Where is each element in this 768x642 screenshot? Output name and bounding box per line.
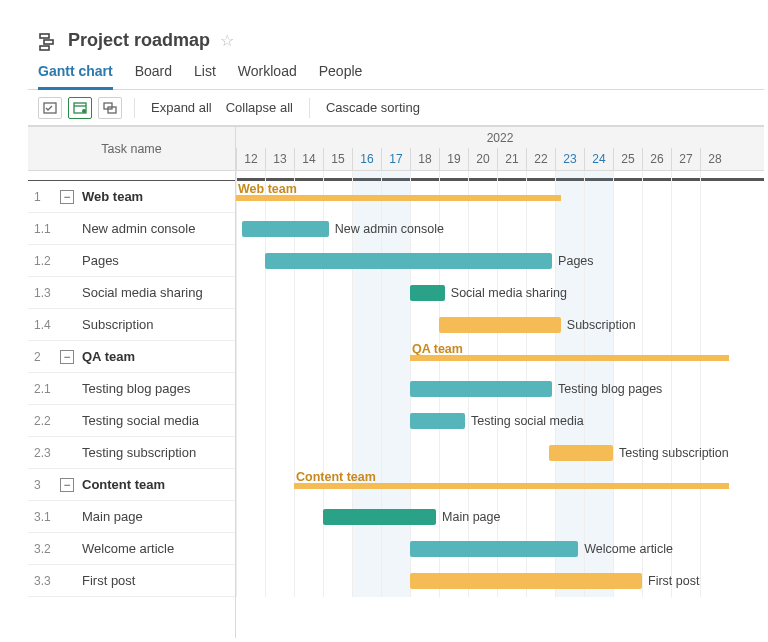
task-group-row[interactable]: 1−Web team bbox=[28, 181, 235, 213]
task-bar[interactable] bbox=[323, 509, 436, 525]
toolbar: Expand all Collapse all Cascade sorting bbox=[28, 90, 764, 126]
chart-row: Content team bbox=[236, 469, 764, 501]
task-name: Testing social media bbox=[82, 413, 227, 428]
group-bar-label: Content team bbox=[296, 470, 376, 484]
chart-row: Subscription bbox=[236, 309, 764, 341]
task-bar-label: Testing subscription bbox=[619, 444, 729, 462]
chart-row: Testing social media bbox=[236, 405, 764, 437]
task-bar[interactable] bbox=[265, 253, 552, 269]
chart-row: Web team bbox=[236, 181, 764, 213]
collapse-toggle[interactable]: − bbox=[60, 190, 74, 204]
task-bar[interactable] bbox=[410, 541, 578, 557]
title-bar: Project roadmap ☆ bbox=[28, 20, 764, 57]
calendar-icon[interactable] bbox=[68, 97, 92, 119]
task-group-row[interactable]: 3−Content team bbox=[28, 469, 235, 501]
separator bbox=[134, 98, 135, 118]
day-column-header: 19 bbox=[439, 148, 468, 170]
task-name: First post bbox=[82, 573, 227, 588]
task-row[interactable]: 2.3Testing subscription bbox=[28, 437, 235, 469]
row-number: 3.1 bbox=[34, 510, 60, 524]
day-column-header: 20 bbox=[468, 148, 497, 170]
task-row[interactable]: 1.4Subscription bbox=[28, 309, 235, 341]
task-bar[interactable] bbox=[410, 285, 445, 301]
row-number: 3 bbox=[34, 478, 60, 492]
row-number: 3.3 bbox=[34, 574, 60, 588]
collapse-all-button[interactable]: Collapse all bbox=[222, 96, 297, 119]
group-summary-bar[interactable] bbox=[236, 195, 561, 201]
svg-point-6 bbox=[83, 109, 86, 112]
task-bar[interactable] bbox=[549, 445, 613, 461]
day-column-header: 17 bbox=[381, 148, 410, 170]
day-column-header: 13 bbox=[265, 148, 294, 170]
task-name: Testing subscription bbox=[82, 445, 227, 460]
task-row[interactable]: 1.2Pages bbox=[28, 245, 235, 277]
task-bar[interactable] bbox=[242, 221, 329, 237]
task-name: Welcome article bbox=[82, 541, 227, 556]
timeline-year: 2022 bbox=[236, 131, 764, 145]
day-column-header: 12 bbox=[236, 148, 265, 170]
row-number: 1.3 bbox=[34, 286, 60, 300]
task-bar-label: New admin console bbox=[335, 220, 444, 238]
app-root: { "title": "Project roadmap", "tabs": ["… bbox=[28, 20, 764, 638]
tab-workload[interactable]: Workload bbox=[238, 57, 297, 89]
gantt-chart[interactable]: 2022 1213141516171819202122232425262728 … bbox=[236, 127, 764, 638]
task-row[interactable]: 3.1Main page bbox=[28, 501, 235, 533]
task-row[interactable]: 3.3First post bbox=[28, 565, 235, 597]
task-bar-label: Main page bbox=[442, 508, 500, 526]
chart-row: New admin console bbox=[236, 213, 764, 245]
day-column-header: 21 bbox=[497, 148, 526, 170]
day-column-header: 23 bbox=[555, 148, 584, 170]
row-number: 1.1 bbox=[34, 222, 60, 236]
expand-all-button[interactable]: Expand all bbox=[147, 96, 216, 119]
tab-people[interactable]: People bbox=[319, 57, 363, 89]
group-summary-bar[interactable] bbox=[294, 483, 729, 489]
collapse-toggle[interactable]: − bbox=[60, 350, 74, 364]
svg-rect-2 bbox=[40, 46, 49, 50]
task-bar-label: Social media sharing bbox=[451, 284, 567, 302]
day-column-header: 14 bbox=[294, 148, 323, 170]
task-row[interactable]: 1.3Social media sharing bbox=[28, 277, 235, 309]
page-title: Project roadmap bbox=[68, 30, 210, 51]
layers-icon[interactable] bbox=[98, 97, 122, 119]
task-name: Subscription bbox=[82, 317, 227, 332]
day-column-header: 26 bbox=[642, 148, 671, 170]
task-row[interactable]: 1.1New admin console bbox=[28, 213, 235, 245]
row-number: 2.1 bbox=[34, 382, 60, 396]
task-bar-label: First post bbox=[648, 572, 699, 590]
tab-board[interactable]: Board bbox=[135, 57, 172, 89]
task-group-row[interactable]: 2−QA team bbox=[28, 341, 235, 373]
row-number: 2 bbox=[34, 350, 60, 364]
collapse-toggle[interactable]: − bbox=[60, 478, 74, 492]
task-bar[interactable] bbox=[410, 573, 642, 589]
task-bar-label: Testing social media bbox=[471, 412, 584, 430]
timeline-spacer bbox=[28, 171, 235, 181]
task-row[interactable]: 2.1Testing blog pages bbox=[28, 373, 235, 405]
roadmap-icon bbox=[38, 31, 58, 51]
task-bar-label: Testing blog pages bbox=[558, 380, 662, 398]
row-number: 1.2 bbox=[34, 254, 60, 268]
gantt-grid: Task name 1−Web team1.1New admin console… bbox=[28, 126, 764, 638]
task-bar[interactable] bbox=[410, 413, 465, 429]
task-bar[interactable] bbox=[410, 381, 552, 397]
cascade-sorting-button[interactable]: Cascade sorting bbox=[322, 96, 424, 119]
task-row[interactable]: 2.2Testing social media bbox=[28, 405, 235, 437]
tab-gantt[interactable]: Gantt chart bbox=[38, 57, 113, 90]
row-number: 2.3 bbox=[34, 446, 60, 460]
task-row[interactable]: 3.2Welcome article bbox=[28, 533, 235, 565]
task-name: New admin console bbox=[82, 221, 227, 236]
task-bar[interactable] bbox=[439, 317, 561, 333]
svg-rect-0 bbox=[40, 34, 49, 38]
day-column-header: 18 bbox=[410, 148, 439, 170]
row-number: 3.2 bbox=[34, 542, 60, 556]
chart-row: Testing blog pages bbox=[236, 373, 764, 405]
task-bar-label: Welcome article bbox=[584, 540, 673, 558]
task-name: Testing blog pages bbox=[82, 381, 227, 396]
timeline-header: 2022 1213141516171819202122232425262728 bbox=[236, 127, 764, 171]
chart-row: Social media sharing bbox=[236, 277, 764, 309]
checklist-icon[interactable] bbox=[38, 97, 62, 119]
chart-row: Main page bbox=[236, 501, 764, 533]
chart-body: Web teamNew admin consolePagesSocial med… bbox=[236, 171, 764, 597]
tab-list[interactable]: List bbox=[194, 57, 216, 89]
group-summary-bar[interactable] bbox=[410, 355, 729, 361]
favorite-button[interactable]: ☆ bbox=[220, 31, 234, 50]
